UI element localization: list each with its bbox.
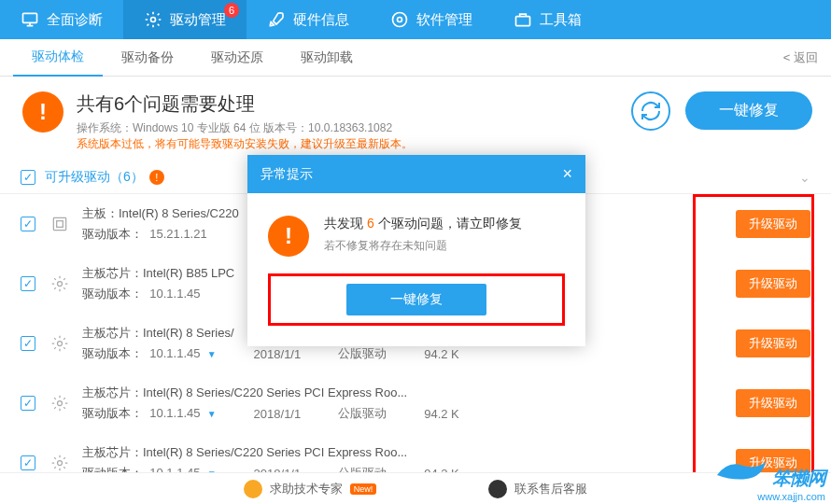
nav-software-manager[interactable]: 软件管理 bbox=[370, 0, 493, 39]
os-warning: 系统版本过低，将有可能导致驱动安装失败，建议升级至最新版本。 bbox=[77, 136, 616, 152]
nav-badge: 6 bbox=[224, 3, 239, 18]
subtab-uninstall[interactable]: 驱动卸载 bbox=[282, 39, 372, 77]
svg-point-3 bbox=[398, 18, 402, 22]
upgrade-button[interactable]: 升级驱动 bbox=[736, 389, 810, 417]
modal-fix-button[interactable]: 一键修复 bbox=[346, 284, 486, 315]
contact-support-link[interactable]: 联系售后客服 bbox=[488, 480, 587, 498]
svg-point-10 bbox=[58, 461, 63, 466]
nav-driver-manager[interactable]: 驱动管理 6 bbox=[123, 0, 246, 39]
nav-label: 全面诊断 bbox=[47, 11, 103, 29]
alert-modal: 异常提示 × ! 共发现 6 个驱动问题，请立即修复 若不修复将存在未知问题 一… bbox=[247, 155, 585, 346]
highlight-rect-modal-action: 一键修复 bbox=[268, 273, 565, 326]
nav-label: 工具箱 bbox=[540, 11, 582, 29]
subtabs: 驱动体检 驱动备份 驱动还原 驱动卸载 < 返回 bbox=[0, 39, 831, 77]
chipset-icon bbox=[49, 452, 71, 474]
svg-point-1 bbox=[151, 18, 156, 22]
driver-row: 主板芯片：Intel(R) 8 Series/C220 Series PCI E… bbox=[0, 373, 831, 433]
row-checkbox[interactable] bbox=[21, 455, 35, 470]
nav-label: 硬件信息 bbox=[293, 11, 349, 29]
svg-rect-6 bbox=[57, 221, 63, 228]
section-checkbox[interactable] bbox=[21, 170, 35, 185]
modal-message: 共发现 6 个驱动问题，请立即修复 bbox=[324, 216, 522, 232]
modal-title: 异常提示 bbox=[261, 166, 313, 183]
row-checkbox[interactable] bbox=[21, 276, 35, 291]
alert-icon: ! bbox=[268, 216, 309, 257]
modal-submessage: 若不修复将存在未知问题 bbox=[324, 238, 522, 254]
refresh-icon bbox=[640, 100, 662, 122]
row-checkbox[interactable] bbox=[21, 217, 35, 231]
svg-rect-5 bbox=[53, 217, 65, 230]
header: ! 共有6个问题需要处理 操作系统：Windows 10 专业版 64 位 版本… bbox=[0, 77, 831, 161]
row-checkbox[interactable] bbox=[21, 396, 35, 411]
os-info: 操作系统：Windows 10 专业版 64 位 版本号：10.0.18363.… bbox=[77, 120, 616, 136]
subtab-restore[interactable]: 驱动还原 bbox=[192, 39, 282, 77]
app-icon bbox=[390, 10, 409, 29]
nav-label: 驱动管理 bbox=[170, 11, 226, 29]
modal-titlebar: 异常提示 × bbox=[247, 155, 585, 193]
svg-rect-4 bbox=[516, 17, 530, 26]
motherboard-icon bbox=[49, 213, 71, 235]
subtab-checkup[interactable]: 驱动体检 bbox=[13, 39, 103, 77]
chipset-icon bbox=[49, 392, 71, 414]
chipset-icon bbox=[49, 273, 71, 295]
svg-point-2 bbox=[393, 13, 407, 27]
svg-point-8 bbox=[58, 342, 63, 346]
refresh-button[interactable] bbox=[631, 91, 670, 131]
svg-point-9 bbox=[58, 401, 63, 406]
upgrade-button[interactable]: 升级驱动 bbox=[736, 210, 810, 238]
nav-hardware-info[interactable]: 硬件信息 bbox=[246, 0, 370, 39]
page-title: 共有6个问题需要处理 bbox=[77, 91, 616, 117]
chevron-down-icon[interactable]: ⌄ bbox=[799, 170, 810, 185]
back-link[interactable]: < 返回 bbox=[783, 49, 818, 66]
monitor-icon bbox=[21, 10, 39, 29]
fix-all-button[interactable]: 一键修复 bbox=[685, 91, 812, 130]
toolbox-icon bbox=[514, 10, 532, 29]
gear-icon bbox=[144, 10, 162, 29]
upgrade-button[interactable]: 升级驱动 bbox=[736, 270, 810, 298]
help-expert-link[interactable]: 求助技术专家 New! bbox=[244, 480, 377, 498]
new-badge: New! bbox=[350, 483, 377, 495]
nav-label: 软件管理 bbox=[416, 11, 472, 29]
avatar-icon bbox=[488, 480, 507, 498]
top-nav: 全面诊断 驱动管理 6 硬件信息 软件管理 工具箱 bbox=[0, 0, 831, 39]
close-icon[interactable]: × bbox=[562, 164, 572, 184]
nav-full-diagnosis[interactable]: 全面诊断 bbox=[0, 0, 123, 39]
rocket-icon bbox=[267, 10, 286, 29]
section-label: 可升级驱动（6）! bbox=[45, 169, 164, 186]
svg-rect-0 bbox=[23, 13, 37, 22]
bottom-bar: 求助技术专家 New! 联系售后客服 bbox=[0, 472, 831, 504]
row-checkbox[interactable] bbox=[21, 336, 35, 351]
subtab-backup[interactable]: 驱动备份 bbox=[103, 39, 192, 77]
alert-icon: ! bbox=[22, 91, 63, 133]
nav-toolbox[interactable]: 工具箱 bbox=[493, 0, 602, 39]
upgrade-button[interactable]: 升级驱动 bbox=[736, 329, 810, 357]
svg-point-7 bbox=[58, 282, 63, 287]
avatar-icon bbox=[244, 480, 262, 498]
chipset-icon bbox=[49, 332, 71, 355]
